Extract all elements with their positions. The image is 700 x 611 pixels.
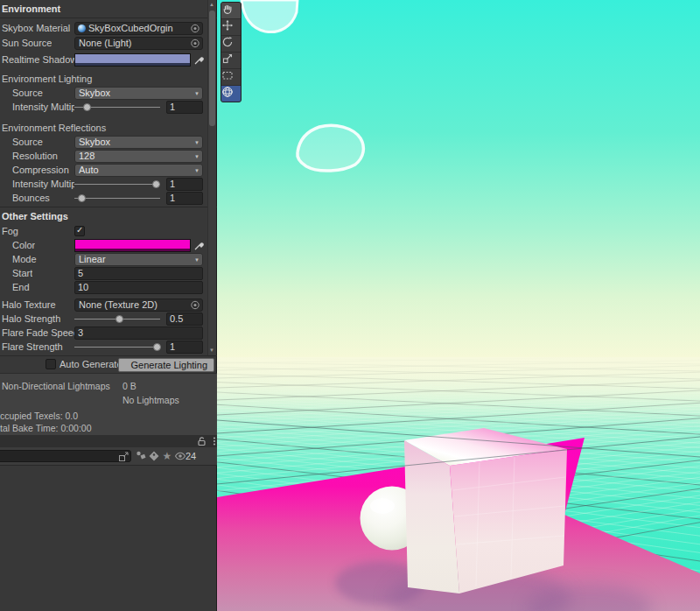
sun-source-label: Sun Source [2,37,52,50]
lighting-panel: Environment Skybox Material SkyBoxCubedO… [0,0,217,435]
cloud-middle [298,125,364,171]
eyedropper-icon[interactable] [193,53,204,67]
transform-tool-icon[interactable] [221,86,241,102]
occupied-texels: ccupied Texels: 0.0 [0,411,78,421]
project-toolbar: ★ 24 [0,447,217,466]
alpha-bar [75,63,190,66]
sky [217,0,700,357]
open-search-icon [118,452,129,462]
env-reflections-source-dropdown[interactable]: Skybox [74,136,203,149]
intensity-multiplier-label: Intensity Multipl [12,178,74,191]
view-hand-tool-icon[interactable] [221,3,241,19]
fog-color-swatch[interactable] [74,239,191,252]
fog-mode-label: Mode [12,253,37,266]
other-settings-header: Other Settings [2,210,68,223]
skybox-material-field[interactable]: SkyBoxCubedOrgin [74,22,203,35]
object-picker-icon[interactable] [189,38,201,49]
env-lighting-intensity-slider[interactable] [74,101,160,114]
intensity-multiplier-label: Intensity Multipl [12,101,74,114]
lighting-scrollbar[interactable]: ▲ ▼ [207,0,216,355]
bounces-slider[interactable] [74,192,160,205]
environment-header: Environment [2,3,60,16]
hidden-visibility-eye-icon[interactable] [174,450,186,462]
resolution-label: Resolution [12,150,58,163]
scroll-up-icon[interactable]: ▲ [208,1,215,8]
eyedropper-icon[interactable] [193,239,204,252]
bounces-value[interactable]: 1 [166,192,203,205]
flare-fade-speed-field[interactable]: 3 [74,327,203,340]
halo-texture-value: None (Texture 2D) [79,299,188,311]
divider [0,18,217,18]
auto-generate-label: Auto Generate [60,358,121,371]
env-lighting-intensity-value[interactable]: 1 [166,101,203,114]
scene-viewport[interactable] [217,0,700,611]
lightmap-stats: Non-Directional Lightmaps 0 B No Lightma… [0,373,217,435]
scale-tool-icon[interactable] [221,53,241,69]
search-by-label-icon[interactable] [148,450,160,462]
env-lighting-source-dropdown[interactable]: Skybox [74,87,203,100]
realtime-shadow-label: Realtime Shadow C [2,53,75,67]
move-tool-icon[interactable] [221,19,241,36]
fog-mode-dropdown[interactable]: Linear [74,253,203,266]
rotate-tool-icon[interactable] [221,36,241,53]
object-picker-icon[interactable] [189,23,201,34]
horizon-fog [217,357,700,429]
hidden-count: 24 [186,450,196,462]
flare-fade-speed-label: Flare Fade Speed [2,327,75,340]
bounces-label: Bounces [12,192,50,205]
halo-strength-slider[interactable] [74,313,160,326]
alpha-bar [75,249,190,251]
sun-source-field[interactable]: None (Light) [74,37,203,50]
material-sphere-icon [78,25,86,32]
fog-label: Fog [2,225,18,238]
flare-strength-label: Flare Strength [2,341,63,354]
project-tabbar [0,435,217,448]
cube[interactable] [404,428,567,593]
lightmaps-label: Non-Directional Lightmaps [2,381,110,391]
search-by-type-icon[interactable] [135,450,147,462]
scene-render [217,0,700,611]
halo-strength-value[interactable]: 0.5 [166,313,203,326]
halo-texture-field[interactable]: None (Texture 2D) [74,298,203,312]
search-input[interactable] [0,450,131,462]
unity-editor: Environment Skybox Material SkyBoxCubedO… [0,0,700,611]
fog-end-label: End [12,281,30,294]
env-reflections-intensity-value[interactable]: 1 [166,178,203,191]
object-picker-icon[interactable] [189,299,201,311]
skybox-material-label: Skybox Material [2,22,70,35]
lightmaps-size: 0 B [122,381,136,391]
auto-generate-checkbox[interactable] [46,359,56,369]
generate-lighting-button[interactable]: Generate Lighting [118,358,214,372]
sun-source-value: None (Light) [79,38,188,49]
fog-checkbox[interactable] [74,226,85,236]
environment-lighting-header: Environment Lighting [2,73,92,86]
flare-strength-value[interactable]: 1 [166,341,203,354]
halo-texture-label: Halo Texture [2,298,56,312]
fog-color-label: Color [12,239,35,252]
lock-open-icon[interactable] [196,436,208,448]
compression-dropdown[interactable]: Auto [74,164,203,177]
fog-start-field[interactable]: 5 [74,267,203,280]
source-label: Source [12,87,43,100]
resolution-dropdown[interactable]: 128 [74,150,203,163]
scrollbar-thumb[interactable] [209,11,215,126]
scene-tools-overlay [220,2,242,102]
rect-tool-icon[interactable] [221,69,241,86]
scroll-down-icon[interactable]: ▼ [208,347,215,354]
environment-reflections-header: Environment Reflections [2,122,106,135]
env-reflections-intensity-slider[interactable] [74,178,160,191]
compression-label: Compression [12,164,69,177]
halo-strength-label: Halo Strength [2,313,60,326]
realtime-shadow-color-swatch[interactable] [74,53,191,67]
lightmaps-status: No Lightmaps [122,395,179,405]
sphere-highlight [370,498,395,514]
project-window: ★ 24 [0,435,217,611]
fog-start-label: Start [12,267,32,280]
source-label: Source [12,136,43,149]
flare-strength-slider[interactable] [74,341,160,354]
favorites-star-icon[interactable]: ★ [161,450,173,462]
total-bake-time: tal Bake Time: 0:00:00 [0,423,91,433]
fog-end-field[interactable]: 10 [74,281,203,294]
skybox-material-value: SkyBoxCubedOrgin [88,23,188,34]
